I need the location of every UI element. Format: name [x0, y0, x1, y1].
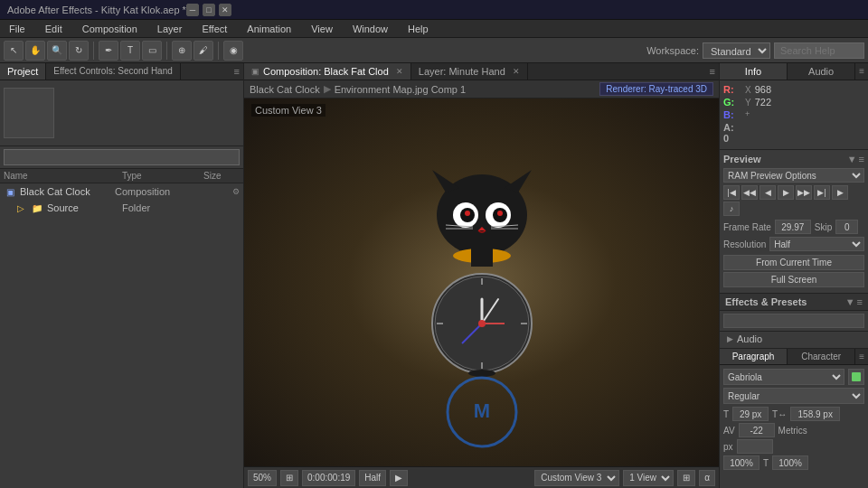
effects-menu[interactable]: ≡ — [857, 296, 863, 307]
comp-tab-black-cat[interactable]: ▣ Composition: Black Fat Clod ✕ — [244, 63, 411, 80]
tab-project[interactable]: Project — [0, 63, 46, 80]
prev-btn-audio[interactable]: ♪ — [723, 202, 740, 216]
tool-select[interactable]: ↖ — [4, 41, 24, 61]
neck — [471, 249, 493, 267]
prev-btn-last[interactable]: ▶| — [814, 185, 830, 200]
frame-rate-label: Frame Rate — [723, 222, 771, 232]
info-panel-menu[interactable]: ≡ — [855, 63, 868, 80]
tab-info[interactable]: Info — [720, 63, 788, 80]
font-tracking-input[interactable] — [790, 407, 840, 421]
viewer-view-count-select[interactable]: 1 View — [623, 470, 674, 486]
maximize-button[interactable]: □ — [203, 4, 215, 16]
info-g-row: G: — [723, 97, 738, 108]
preview-collapse[interactable]: ▼ — [847, 154, 857, 164]
tool-shape[interactable]: ▭ — [142, 41, 162, 61]
font-size-input[interactable] — [732, 407, 769, 421]
file-item-black-cat-clock[interactable]: ▣ Black Cat Clock Composition ⚙ — [0, 183, 243, 200]
right-eye-reflection — [497, 211, 503, 216]
comp-panel-menu[interactable]: ≡ — [706, 63, 719, 80]
menu-layer[interactable]: Layer — [152, 22, 188, 36]
file-item-source[interactable]: ▷ 📁 Source Folder — [0, 200, 243, 216]
frame-rate-input[interactable] — [775, 220, 811, 234]
tool-brush[interactable]: 🖌 — [193, 41, 213, 61]
project-panel: Name Type Size ▣ Black Cat Clock Composi… — [0, 80, 243, 488]
preview-menu[interactable]: ≡ — [859, 154, 864, 164]
menu-effect[interactable]: Effect — [196, 22, 232, 36]
viewer-ctrl-preview[interactable]: ▶ — [390, 470, 408, 486]
comp-breadcrumb: Black Cat Clock ▶ Environment Map.jpg Co… — [244, 80, 719, 99]
font-av-input[interactable] — [739, 423, 775, 437]
folder-icon: ▷ — [14, 202, 27, 214]
tool-text[interactable]: T — [120, 41, 140, 61]
menu-window[interactable]: Window — [347, 22, 393, 36]
viewer-ctrl-fit[interactable]: ⊞ — [280, 470, 298, 486]
menu-view[interactable]: View — [306, 22, 338, 36]
tool-hand[interactable]: ✋ — [25, 41, 45, 61]
viewer-view-select[interactable]: Custom View 3 — [534, 470, 619, 486]
breadcrumb-item-1[interactable]: Black Cat Clock — [250, 84, 320, 95]
effects-title: Effects & Presets — [725, 296, 807, 307]
tool-rotate[interactable]: ↻ — [69, 41, 89, 61]
scale-px-input[interactable] — [737, 439, 773, 454]
comp-tab-close[interactable]: ✕ — [396, 67, 403, 76]
full-screen-btn[interactable]: Full Screen — [723, 272, 864, 287]
prev-btn-back[interactable]: ◀ — [760, 185, 776, 200]
scale-v-input[interactable] — [772, 455, 808, 470]
tab-effect-controls[interactable]: Effect Controls: Second Hand — [46, 63, 181, 80]
tab-character[interactable]: Character — [788, 349, 855, 364]
composition-viewer[interactable]: Custom View 3 — [244, 99, 719, 466]
font-style-icon[interactable] — [848, 369, 864, 385]
file-options-icon[interactable]: ⚙ — [232, 187, 240, 196]
viewer-ctrl-zoom[interactable]: 50% — [248, 470, 277, 486]
project-search-input[interactable] — [4, 149, 240, 165]
search-help-input[interactable] — [774, 42, 864, 59]
skip-input[interactable] — [835, 220, 858, 234]
para-char-menu[interactable]: ≡ — [855, 349, 868, 364]
menu-file[interactable]: File — [4, 22, 31, 36]
font-tracking-label: T↔ — [772, 409, 787, 419]
from-current-time-btn[interactable]: From Current Time — [723, 255, 864, 270]
scale-percent-label: T — [763, 458, 769, 468]
info-panel: R: G: B: A: 0 — [720, 80, 868, 149]
viewer-ctrl-alpha[interactable]: α — [699, 470, 715, 486]
toolbar-separator-2 — [166, 42, 167, 60]
menu-help[interactable]: Help — [402, 22, 434, 36]
scale-h-input[interactable] — [723, 455, 760, 470]
ram-preview-select[interactable]: RAM Preview Options — [723, 168, 864, 183]
tab-paragraph[interactable]: Paragraph — [720, 349, 788, 364]
effect-audio[interactable]: ▶ Audio — [720, 332, 868, 346]
viewer-ctrl-quality[interactable]: Half — [359, 470, 386, 486]
close-button[interactable]: ✕ — [219, 4, 231, 16]
layer-tab-close[interactable]: ✕ — [513, 67, 520, 76]
menu-edit[interactable]: Edit — [40, 22, 68, 36]
breadcrumb-item-2[interactable]: Environment Map.jpg Comp 1 — [335, 84, 467, 95]
tool-pen[interactable]: ✒ — [99, 41, 118, 61]
tool-zoom[interactable]: 🔍 — [47, 41, 67, 61]
left-panel-menu[interactable]: ≡ — [231, 63, 243, 80]
prev-btn-ram[interactable]: ▶ — [832, 185, 848, 200]
comp-tab-label: Composition: Black Fat Clod — [263, 66, 389, 77]
resolution-select[interactable]: Half Full Quarter — [769, 237, 864, 251]
renderer-badge: Renderer: Ray-traced 3D — [599, 82, 713, 96]
comp-tab-minute-hand[interactable]: Layer: Minute Hand ✕ — [411, 63, 528, 80]
prev-btn-back-frame[interactable]: ◀◀ — [741, 185, 758, 200]
workspace-select[interactable]: Standard — [703, 42, 770, 59]
prev-btn-first[interactable]: |◀ — [723, 185, 740, 200]
minimize-button[interactable]: ─ — [186, 4, 199, 16]
info-y-row: Y 722 — [745, 97, 771, 108]
tab-audio[interactable]: Audio — [788, 63, 855, 80]
tool-clone[interactable]: ⊕ — [172, 41, 192, 61]
prev-btn-forward[interactable]: ▶▶ — [796, 185, 812, 200]
effects-search-input[interactable] — [723, 314, 864, 328]
project-thumbnail — [4, 88, 54, 138]
font-style-select[interactable]: Regular — [723, 388, 864, 404]
viewer-ctrl-grid[interactable]: ⊞ — [677, 470, 695, 486]
effects-collapse[interactable]: ▼ — [845, 296, 855, 307]
prev-btn-play[interactable]: ▶ — [778, 185, 794, 200]
file-type-source: Folder — [122, 202, 203, 213]
menu-animation[interactable]: Animation — [241, 22, 297, 36]
font-family-select[interactable]: Gabriola — [723, 369, 844, 385]
tool-roto[interactable]: ◉ — [223, 41, 243, 61]
viewer-ctrl-timecode[interactable]: 0:00:00:19 — [302, 470, 355, 486]
menu-composition[interactable]: Composition — [77, 22, 143, 36]
